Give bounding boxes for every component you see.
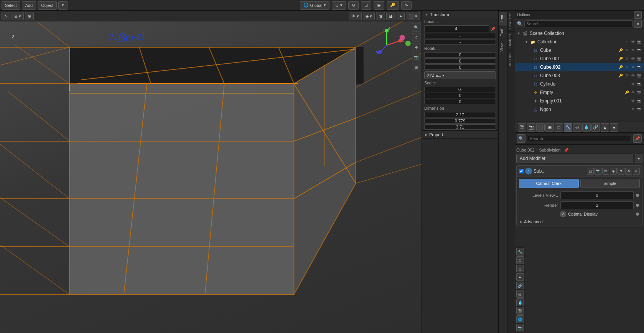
transform-mode-btn[interactable]: 🌐 Global ▾ [300,1,330,10]
viewport-transform-btn[interactable]: ⊕ ▾ [12,12,24,20]
props-tab-physics[interactable]: 💧 [582,123,591,132]
catmull-clark-btn[interactable]: Catmull-Clark [519,179,579,188]
props-tab-material[interactable]: ● [610,123,618,132]
simple-btn[interactable]: Simple [580,179,640,188]
mod-expand-btn[interactable]: ▾ [618,168,624,175]
outliner-ngon[interactable]: △ Ngon 👁 📷 [515,105,644,114]
rotation-z-input[interactable] [424,64,496,70]
props-tab-data[interactable]: ▲ [601,123,609,132]
render-value[interactable]: 2 [560,201,634,209]
cube-key-icon[interactable]: 🔑 [618,48,623,53]
outliner-cube-001[interactable]: □ Cube.001 🔑 ▽ 👁 📷 [515,54,644,63]
outliner-empty[interactable]: ✛ Empty 🔑 👁 📷 [515,88,644,97]
viewport-shading-render[interactable]: ● [397,12,405,20]
xyz-mode-btn[interactable]: XYZ E... ▾ [424,71,496,79]
props-right-world-btn[interactable]: 🌐 [516,315,524,323]
scale-z-input[interactable] [424,99,496,104]
scale-x-input[interactable] [424,87,496,92]
props-tab-object[interactable]: □ [555,123,563,132]
gizmo-btn[interactable]: ◉ [374,1,384,10]
viewport-shading-wireframe[interactable]: ↖ [2,12,10,20]
props-right-render-btn[interactable]: 📷 [516,324,524,331]
outliner-cube-003[interactable]: □ Cube.003 🔑 ▽ 👁 📷 [515,71,644,80]
cube002-eye-icon[interactable]: 👁 [630,64,636,70]
cube-eye-icon[interactable]: 👁 [630,48,636,53]
cube003-key-icon[interactable]: 🔑 [618,73,623,78]
tab-hardops[interactable]: HardOps [507,31,515,50]
props-tab-scene[interactable]: 🎬 [518,123,526,132]
mod-render-btn[interactable]: 📷 [595,168,601,175]
dim-x-input[interactable] [424,112,496,117]
transform-header[interactable]: ▼ Transform [422,11,498,18]
cube002-key-icon[interactable]: 🔑 [618,64,623,70]
tab-kitops[interactable]: KIT OPS [507,50,515,68]
camera-nav-btn[interactable]: 📷 [412,53,420,61]
tab-view[interactable]: View [499,40,507,55]
collection-camera-icon[interactable]: 📷 [636,39,642,45]
advanced-row[interactable]: ▶ Advanced [517,218,642,226]
props-search-input[interactable] [528,135,631,142]
props-right-constraint-btn[interactable]: 🔗 [516,282,524,289]
props-tab-output[interactable]: ⬛ [536,123,545,132]
props-tab-view[interactable]: ▣ [545,123,554,132]
viewport-shading-material[interactable]: ◕ [386,12,395,20]
empty-eye-icon[interactable]: 👁 [630,90,636,95]
empty-render-icon[interactable]: 📷 [636,90,642,95]
viewport[interactable]: X Z Y 7-Bevel 2 ↖ ⊕ ▾ [0,11,422,333]
cube002-render-icon[interactable]: 📷 [636,64,642,70]
props-right-mesh-btn[interactable]: △ [516,265,524,272]
props-tab-modifier[interactable]: 🔧 [564,123,572,132]
mod-realtime-btn[interactable]: ◻ [587,168,594,175]
cube002-filter-icon[interactable]: ▽ [624,64,629,70]
empty001-render-icon[interactable]: 📷 [636,98,642,104]
outliner-cube[interactable]: □ Cube 🔑 ▽ 👁 📷 [515,46,644,54]
add-modifier-btn[interactable]: Add Modifier [516,154,633,163]
grid-nav-btn[interactable]: ⊞ [412,63,420,71]
autokey-btn[interactable]: 🔑 [387,1,399,10]
tab-boxcutter[interactable]: BoxCutter [507,11,515,31]
add-btn[interactable]: Add [22,1,36,10]
dim-y-input[interactable] [424,118,496,124]
empty001-eye-icon[interactable]: 👁 [630,98,636,104]
outliner-filter-btn[interactable]: ≡ [634,11,642,19]
proportional-btn[interactable]: ⊙ [348,1,359,10]
snap-viewport-btn[interactable]: ⊕ [25,12,34,20]
dropdown-btn[interactable]: ▾ [58,1,68,10]
mod-edit-btn[interactable]: ✏ [602,168,609,175]
props-right-physics-btn[interactable]: 💧 [516,298,524,306]
props-right-scene-btn[interactable]: 🎬 [516,307,524,315]
cube001-render-icon[interactable]: 📷 [636,56,642,61]
cube001-eye-icon[interactable]: 👁 [630,56,636,61]
mod-close-btn[interactable]: ✕ [625,168,632,175]
modifier-enable-checkbox[interactable] [519,169,524,173]
location-x-input[interactable] [424,25,489,32]
scale-y-input[interactable] [424,93,496,98]
sync-btn[interactable]: ∿ [401,1,412,10]
props-tab-constraints[interactable]: 🔗 [591,123,600,132]
cube003-render-icon[interactable]: 📷 [636,73,642,78]
outliner-cube-002[interactable]: □ Cube.002 🔑 ▽ 👁 📷 [515,63,644,71]
cube-render-icon[interactable]: 📷 [636,48,642,53]
outliner-empty-001[interactable]: ✛ Empty.001 👁 📷 [515,97,644,105]
props-right-material-btn[interactable]: ● [516,273,524,281]
collection-eye-icon[interactable]: 👁 [630,39,636,45]
mod-menu-btn[interactable]: ≡ [633,168,640,175]
rotation-y-input[interactable] [424,58,496,64]
cube001-filter-icon[interactable]: ▽ [624,56,629,61]
ngon-render-icon[interactable]: 📷 [636,107,642,112]
outliner-collection[interactable]: ▼ 📁 Collection ✓ 👁 📷 [515,38,644,46]
zoom-nav-btn[interactable]: 🔍 [412,23,420,31]
ngon-eye-icon[interactable]: 👁 [630,107,636,112]
pan-nav-btn[interactable]: ✥ [412,43,420,51]
breadcrumb-pin-btn[interactable]: 📌 [564,148,568,152]
props-search-btn[interactable]: 🔍 [517,134,525,143]
viewport-display-eyedrop[interactable]: 👁 ▾ [349,12,362,20]
cube001-key-icon[interactable]: 🔑 [618,56,623,61]
outliner-view-options-btn[interactable]: ≡ [634,20,642,28]
props-pin-btn[interactable]: 📌 [633,134,642,143]
dim-z-input[interactable] [424,124,496,130]
props-tab-particles[interactable]: ◎ [573,123,581,132]
props-right-object-btn[interactable]: □ [516,256,524,264]
rotation-x-input[interactable] [424,52,496,58]
levels-view-value[interactable]: 0 [560,191,634,199]
